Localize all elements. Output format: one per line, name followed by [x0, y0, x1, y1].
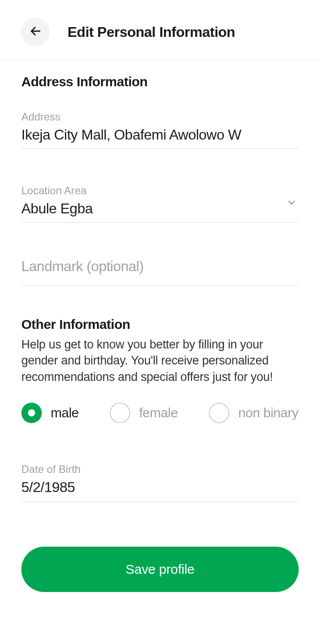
gender-option-female[interactable]: female — [110, 403, 178, 423]
landmark-placeholder: Landmark (optional) — [21, 258, 299, 275]
chevron-down-icon — [286, 197, 297, 210]
gender-option-male[interactable]: male — [21, 403, 79, 423]
back-button[interactable] — [21, 18, 50, 46]
page-title: Edit Personal Information — [68, 24, 235, 40]
other-section-desc: Help us get to know you better by fillin… — [21, 336, 299, 385]
landmark-field[interactable]: Landmark (optional) — [21, 258, 299, 286]
save-profile-button[interactable]: Save profile — [21, 547, 299, 592]
dob-label: Date of Birth — [21, 463, 299, 476]
radio-selected-icon — [21, 403, 42, 423]
gender-label-nonbinary: non binary — [238, 405, 298, 420]
gender-option-nonbinary[interactable]: non binary — [209, 403, 298, 423]
address-value: Ikeja City Mall, Obafemi Awolowo W — [21, 127, 299, 143]
header: Edit Personal Information — [0, 0, 320, 61]
location-area-field[interactable]: Location Area Abule Egba — [21, 184, 299, 223]
dob-field[interactable]: Date of Birth 5/2/1985 — [21, 463, 299, 502]
address-field[interactable]: Address Ikeja City Mall, Obafemi Awolowo… — [21, 111, 299, 149]
address-label: Address — [21, 111, 299, 123]
gender-label-male: male — [51, 405, 79, 420]
gender-label-female: female — [139, 405, 178, 420]
radio-unselected-icon — [110, 403, 130, 423]
other-section-title: Other Information — [21, 317, 299, 332]
gender-radio-group: male female non binary — [21, 403, 299, 423]
location-value: Abule Egba — [21, 200, 299, 217]
dob-value: 5/2/1985 — [21, 479, 299, 496]
address-section-title: Address Information — [21, 74, 299, 89]
other-section: Other Information Help us get to know yo… — [21, 317, 299, 592]
content: Address Information Address Ikeja City M… — [0, 61, 320, 592]
arrow-left-icon — [29, 25, 42, 39]
location-label: Location Area — [21, 184, 299, 197]
radio-unselected-icon — [209, 403, 229, 423]
